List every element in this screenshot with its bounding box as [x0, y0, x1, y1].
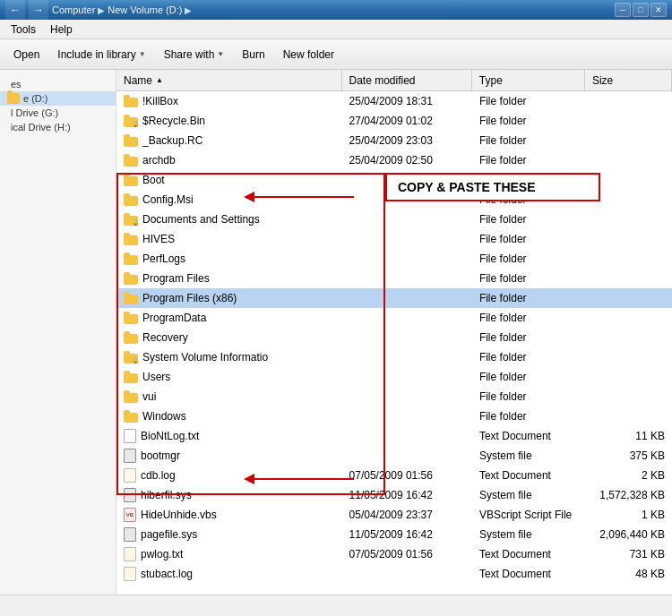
- file-name-cell: Users: [116, 371, 342, 383]
- file-name-cell: cdb.log: [116, 468, 342, 483]
- breadcrumb-computer[interactable]: Computer: [52, 4, 95, 15]
- file-size-cell: 2 KB: [585, 469, 672, 482]
- col-header-size[interactable]: Size: [585, 70, 672, 90]
- table-row[interactable]: UsersFile folder: [116, 367, 672, 387]
- maximize-btn[interactable]: □: [633, 3, 649, 17]
- file-name-cell: !KillBox: [116, 95, 342, 107]
- nav-forward-btn[interactable]: →: [29, 0, 48, 20]
- table-row[interactable]: pagefile.sys11/05/2009 16:42System file2…: [116, 525, 672, 544]
- table-row[interactable]: VBHideUnhide.vbs05/04/2009 23:37VBScript…: [116, 505, 672, 525]
- file-type-cell: File folder: [472, 233, 585, 245]
- share-with-button[interactable]: Share with ▼: [156, 43, 233, 66]
- file-name-cell: BioNtLog.txt: [116, 429, 342, 443]
- table-row[interactable]: cdb.log07/05/2009 01:56Text Document2 KB: [116, 466, 672, 485]
- col-header-name[interactable]: Name ▲: [116, 70, 342, 90]
- table-row[interactable]: !KillBox25/04/2009 18:31File folder: [116, 91, 672, 111]
- table-row[interactable]: Program FilesFile folder: [116, 269, 672, 288]
- file-name-cell: bootmgr: [116, 449, 342, 463]
- file-size-cell: 375 KB: [585, 449, 672, 462]
- file-type-cell: File folder: [472, 292, 585, 304]
- sidebar-drive-d[interactable]: e (D:): [0, 91, 116, 106]
- table-row[interactable]: ProgramDataFile folder: [116, 308, 672, 328]
- table-row[interactable]: BioNtLog.txtText Document11 KB: [116, 426, 672, 446]
- table-row[interactable]: hiberfil.sys11/05/2009 16:42System file1…: [116, 485, 672, 505]
- file-type-cell: File folder: [472, 115, 585, 127]
- file-type-cell: File folder: [472, 351, 585, 364]
- file-type-cell: File folder: [472, 331, 585, 344]
- file-name-cell: pwlog.txt: [116, 547, 342, 561]
- table-row[interactable]: bootmgrSystem file375 KB: [116, 446, 672, 466]
- folder-icon: [124, 331, 138, 344]
- breadcrumb-volume[interactable]: New Volume (D:): [108, 4, 182, 15]
- title-bar: ← → Computer ▶ New Volume (D:) ▶ ─ □ ✕: [0, 0, 672, 20]
- file-type-cell: File folder: [472, 95, 585, 107]
- file-name-cell: VBHideUnhide.vbs: [116, 508, 342, 522]
- file-date-cell: 25/04/2009 18:31: [342, 95, 472, 107]
- file-name-cell: Boot: [116, 174, 342, 186]
- table-row[interactable]: 🔒Documents and SettingsFile folder: [116, 210, 672, 229]
- folder-icon: [124, 292, 138, 304]
- table-row[interactable]: archdb25/04/2009 02:50File folder: [116, 150, 672, 170]
- nav-back-btn[interactable]: ←: [5, 0, 25, 20]
- file-name-cell: ProgramData: [116, 312, 342, 324]
- table-row[interactable]: Program Files (x86)File folder: [116, 288, 672, 308]
- file-type-cell: VBScript Script File: [472, 509, 585, 521]
- sidebar-item-g[interactable]: l Drive (G:): [0, 106, 116, 120]
- file-size-cell: 48 KB: [585, 568, 672, 580]
- file-date-cell: 05/04/2009 23:37: [342, 509, 472, 521]
- table-row[interactable]: Config.MsiFile folder: [116, 190, 672, 210]
- file-name-cell: Windows: [116, 410, 342, 423]
- file-name-cell: Program Files (x86): [116, 292, 342, 304]
- table-row[interactable]: 🔒$Recycle.Bin27/04/2009 01:02File folder: [116, 111, 672, 131]
- sidebar-item-h[interactable]: ical Drive (H:): [0, 120, 116, 134]
- folder-icon: [124, 312, 138, 324]
- log-icon: [124, 567, 136, 581]
- file-type-cell: System file: [472, 528, 585, 541]
- folder-icon: [124, 272, 138, 285]
- lock-icon: 🔒: [132, 219, 140, 226]
- burn-button[interactable]: Burn: [234, 43, 272, 66]
- file-name-cell: 🔒System Volume Informatio: [116, 351, 342, 364]
- sys-icon: [124, 488, 136, 502]
- folder-icon: [124, 154, 138, 167]
- file-type-cell: Text Document: [472, 568, 585, 580]
- new-folder-button[interactable]: New folder: [275, 43, 342, 66]
- table-row[interactable]: stubact.logText Document48 KB: [116, 564, 672, 584]
- table-row[interactable]: HIVESFile folder: [116, 229, 672, 249]
- toolbar: Open Include in library ▼ Share with ▼ B…: [0, 39, 672, 70]
- table-row[interactable]: vuiFile folder: [116, 387, 672, 406]
- file-type-cell: File folder: [472, 174, 585, 186]
- file-date-cell: 07/05/2009 01:56: [342, 469, 472, 482]
- file-type-cell: System file: [472, 449, 585, 462]
- table-row[interactable]: 🔒System Volume InformatioFile folder: [116, 347, 672, 367]
- sidebar-item-es[interactable]: es: [0, 77, 116, 91]
- file-type-cell: File folder: [472, 390, 585, 403]
- file-type-cell: File folder: [472, 193, 585, 206]
- table-row[interactable]: RecoveryFile folder: [116, 328, 672, 347]
- close-btn[interactable]: ✕: [650, 3, 667, 17]
- sys-icon: [124, 527, 136, 542]
- include-library-button[interactable]: Include in library ▼: [49, 43, 153, 66]
- folder-icon: [124, 174, 138, 186]
- file-list: !KillBox25/04/2009 18:31File folder🔒$Rec…: [116, 91, 672, 584]
- table-row[interactable]: WindowsFile folder: [116, 406, 672, 426]
- table-row[interactable]: _Backup.RC25/04/2009 23:03File folder: [116, 131, 672, 150]
- col-header-date[interactable]: Date modified: [342, 70, 472, 90]
- table-row[interactable]: BootFile folder: [116, 170, 672, 190]
- file-type-cell: File folder: [472, 371, 585, 383]
- log-icon: [124, 547, 136, 561]
- file-type-cell: File folder: [472, 154, 585, 167]
- file-size-cell: 11 KB: [585, 430, 672, 442]
- col-header-type[interactable]: Type: [472, 70, 585, 90]
- file-name-cell: Config.Msi: [116, 193, 342, 206]
- file-size-cell: 2,096,440 KB: [585, 528, 672, 541]
- file-name-cell: Recovery: [116, 331, 342, 344]
- log-icon: [124, 468, 136, 483]
- open-button[interactable]: Open: [5, 43, 47, 66]
- menu-help[interactable]: Help: [43, 21, 80, 38]
- menu-tools[interactable]: Tools: [4, 21, 43, 38]
- file-name-cell: Program Files: [116, 272, 342, 285]
- table-row[interactable]: PerfLogsFile folder: [116, 249, 672, 269]
- minimize-btn[interactable]: ─: [615, 3, 631, 17]
- table-row[interactable]: pwlog.txt07/05/2009 01:56Text Document73…: [116, 544, 672, 564]
